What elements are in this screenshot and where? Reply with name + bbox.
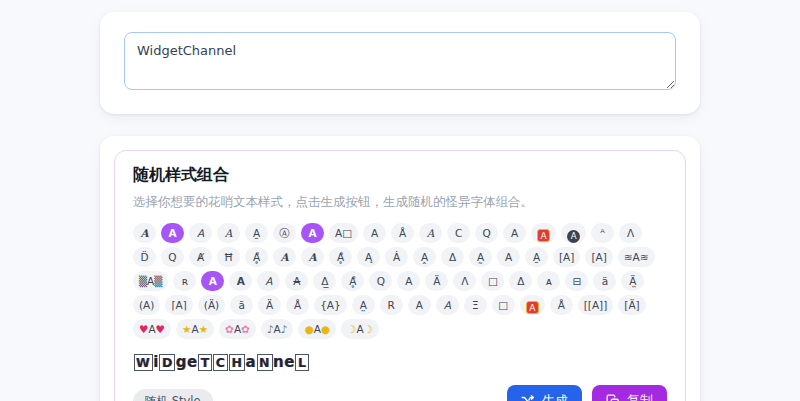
style-badge[interactable]: A (301, 223, 324, 243)
style-badge[interactable]: A (408, 295, 431, 315)
style-badge[interactable]: (Ä) (198, 295, 225, 315)
style-badge[interactable]: A (201, 271, 224, 291)
style-badge[interactable]: ★A★ (176, 319, 214, 339)
style-badge[interactable]: Λ (619, 223, 642, 243)
style-badge[interactable]: A (229, 271, 252, 291)
result-text: WiDgeTCHaNneL (133, 353, 667, 371)
style-badge[interactable]: D̈ (133, 247, 156, 267)
style-badge[interactable]: A (273, 247, 296, 267)
style-badge[interactable]: Λ (453, 271, 476, 291)
style-badge[interactable]: Ḁ̊ (329, 247, 352, 267)
style-badge[interactable]: ≋A≋ (618, 247, 655, 267)
style-badge[interactable]: ⌈A⌉ (165, 295, 192, 315)
style-badge[interactable]: ʀ (173, 271, 196, 291)
style-badge[interactable]: ᴀ (537, 271, 560, 291)
generator-panel: 随机样式组合 选择你想要的花哨文本样式，点击生成按钮，生成随机的怪异字体组合。 … (114, 150, 686, 401)
mode-badge: 随机 Style (133, 389, 213, 401)
shuffle-icon (521, 394, 535, 401)
style-badge[interactable]: Δ (509, 271, 532, 291)
style-badge[interactable]: A (363, 223, 386, 243)
style-badge[interactable]: Ξ (464, 295, 487, 315)
style-badge[interactable]: ☽A☽ (341, 319, 379, 339)
style-badge[interactable]: ⊟ (565, 271, 588, 291)
style-badge[interactable]: Ħ (217, 247, 240, 267)
style-badge[interactable]: A (531, 223, 556, 243)
style-badge[interactable]: A (497, 247, 520, 267)
style-badge[interactable]: A (301, 247, 324, 267)
style-badge[interactable]: Q (369, 271, 392, 291)
style-badge[interactable]: Δ (441, 247, 464, 267)
style-badge[interactable]: A̰ (469, 247, 492, 267)
style-badge[interactable]: ●A● (298, 319, 336, 339)
generator-card: 随机样式组合 选择你想要的花哨文本样式，点击生成按钮，生成随机的怪异字体组合。 … (100, 136, 700, 401)
copy-icon (606, 394, 620, 401)
style-badge[interactable]: A̭ (413, 247, 436, 267)
generate-button-label: 生成 (542, 392, 568, 401)
style-badge[interactable]: ✿A✿ (219, 319, 256, 339)
style-badge[interactable]: [A] (553, 247, 580, 267)
style-badge[interactable]: A̱ (245, 223, 268, 243)
style-grid: AAAAA̱ⒶAA□AÅACQAAAᴬΛD̈QȺĦḀ̊AAḀ̊ĄȦA̭ΔA̰AA… (133, 223, 667, 339)
style-badge[interactable]: A (561, 223, 586, 243)
style-badge[interactable]: R (380, 295, 403, 315)
input-card: WidgetChannel (100, 12, 700, 114)
style-badge[interactable]: A̱ (525, 247, 548, 267)
style-badge[interactable]: Ȧ (385, 247, 408, 267)
style-badge[interactable]: A (419, 223, 442, 243)
style-badge[interactable]: Ą (357, 247, 380, 267)
style-badge[interactable]: Ⱥ (189, 247, 212, 267)
style-badge[interactable]: Q (475, 223, 498, 243)
style-badge[interactable]: C (447, 223, 470, 243)
style-badge[interactable]: A (257, 271, 280, 291)
style-badge[interactable]: A (133, 223, 156, 243)
style-badge[interactable]: Ä (258, 295, 281, 315)
style-badge[interactable]: A□ (329, 223, 358, 243)
style-badge[interactable]: [Ä] (618, 295, 645, 315)
style-badge[interactable]: (A) (133, 295, 160, 315)
style-badge[interactable]: ä (593, 271, 616, 291)
style-badge[interactable]: Å (550, 295, 573, 315)
copy-button[interactable]: 复制 (592, 385, 667, 401)
style-badge[interactable]: Ⓐ (273, 223, 296, 243)
style-badge[interactable]: Å (391, 223, 414, 243)
panel-description: 选择你想要的花哨文本样式，点击生成按钮，生成随机的怪异字体组合。 (133, 194, 667, 211)
style-badge[interactable]: A (217, 223, 240, 243)
style-badge[interactable]: ▒A▒ (133, 271, 168, 291)
panel-title: 随机样式组合 (133, 165, 667, 186)
style-badge[interactable]: A (397, 271, 420, 291)
copy-button-label: 复制 (627, 392, 653, 401)
source-text-input[interactable]: WidgetChannel (124, 32, 676, 90)
style-badge[interactable]: [A] (585, 247, 612, 267)
style-badge[interactable]: A (520, 295, 545, 315)
style-badge[interactable]: ♪A♪ (261, 319, 294, 339)
generate-button[interactable]: 生成 (507, 385, 582, 401)
style-badge[interactable]: [[A]] (578, 295, 614, 315)
style-badge[interactable]: Q (161, 247, 184, 267)
style-badge[interactable]: □ (481, 271, 504, 291)
style-badge[interactable]: Ä̤ (621, 271, 644, 291)
panel-footer: 随机 Style 生成 (133, 385, 667, 401)
style-badge[interactable]: □ (492, 295, 515, 315)
style-badge[interactable]: ā (230, 295, 253, 315)
style-badge[interactable]: Ä (425, 271, 448, 291)
style-badge[interactable]: ♥A♥ (133, 319, 171, 339)
style-badge[interactable]: ᴬ (591, 223, 614, 243)
style-badge[interactable]: Δ̲ (313, 271, 336, 291)
style-badge[interactable]: A (285, 271, 308, 291)
style-badge[interactable]: Å (286, 295, 309, 315)
style-badge[interactable]: A (189, 223, 212, 243)
style-badge[interactable]: Ḁ̊ (341, 271, 364, 291)
style-badge[interactable]: A̤ (352, 295, 375, 315)
style-badge[interactable]: A (436, 295, 459, 315)
style-badge[interactable]: {A} (314, 295, 347, 315)
style-badge[interactable]: A (503, 223, 526, 243)
style-badge[interactable]: A (161, 223, 184, 243)
style-badge[interactable]: Ḁ̊ (245, 247, 268, 267)
